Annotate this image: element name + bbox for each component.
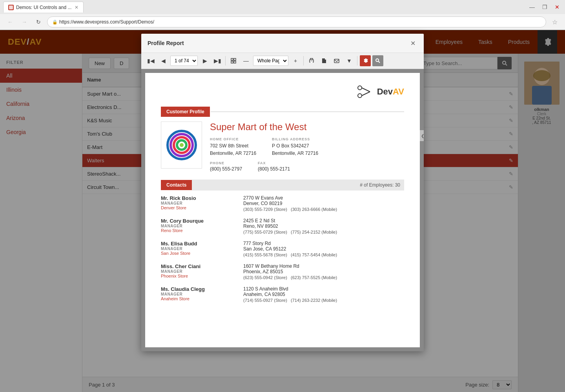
modal-close-button[interactable]: ✕ <box>408 38 417 48</box>
billing-address: BILLING ADDRESS P O Box 5342427 Bentonvi… <box>272 137 318 157</box>
address-text: https://www.devexpress.com/Support/Demos… <box>59 19 154 25</box>
contact-role: MANAGER <box>161 247 231 251</box>
separator-3 <box>357 56 357 65</box>
svg-line-19 <box>362 92 370 96</box>
forward-button[interactable]: → <box>19 16 30 27</box>
contact-left: Ms. Claudia Clegg MANAGER Anaheim Store <box>161 286 231 303</box>
fax-label: FAX <box>258 161 290 165</box>
contact-item: Ms. Elisa Budd MANAGER San Jose Store 77… <box>161 241 404 257</box>
contact-store: Denver Store <box>161 205 231 210</box>
browser-titlebar: Demos: UI Controls and ... ✕ — ❐ ✕ <box>0 0 565 14</box>
phone-section: PHONE (800) 555-2797 <box>210 161 242 172</box>
fit-page-button[interactable] <box>228 55 239 66</box>
tab-close[interactable]: ✕ <box>75 5 78 10</box>
phone-label: PHONE <box>210 161 242 165</box>
contact-name: Miss. Cher Ciani <box>161 263 231 269</box>
svg-point-24 <box>180 143 184 147</box>
contact-city-state: Reno, NV 89502 <box>243 223 404 229</box>
contact-address: 2770 W Evans Ave <box>243 195 404 201</box>
prev-page-button[interactable]: ◀ <box>158 55 169 66</box>
contact-role: MANAGER <box>161 292 231 296</box>
contact-address: 1607 W Bethany Home Rd <box>243 263 404 269</box>
contact-phones: (714) 555-0927 (Store) (714) 263-2232 (M… <box>243 298 404 303</box>
home-office-label: HOME OFFICE <box>210 137 256 141</box>
contact-role: MANAGER <box>161 224 231 228</box>
report-toolbar: ▮◀ ◀ 1 of 74 ▶ ▶▮ — Whole Page 50% 75% 1… <box>141 53 424 69</box>
zoom-selector[interactable]: Whole Page 50% 75% 100% <box>253 56 288 66</box>
contact-role: MANAGER <box>161 201 231 205</box>
first-page-button[interactable]: ▮◀ <box>145 55 156 66</box>
print-button[interactable] <box>306 55 317 66</box>
contact-store: Anaheim Store <box>161 296 231 301</box>
next-page-button[interactable]: ▶ <box>199 55 210 66</box>
last-page-button[interactable]: ▶▮ <box>212 55 223 66</box>
modal-header: Profile Report ✕ <box>141 34 424 53</box>
report-page: DevAV Customer Profile <box>145 73 420 347</box>
modal: Profile Report ✕ ▮◀ ◀ 1 of 74 ▶ ▶▮ — Who… <box>141 34 424 351</box>
contact-left: Miss. Cher Ciani MANAGER Phoenix Store <box>161 263 231 280</box>
home-office-addr1: 702 SW 8th Street <box>210 142 256 150</box>
contact-right: 2425 E 2 Nd St Reno, NV 89502 (775) 555-… <box>243 218 404 234</box>
tab-title: Demos: UI Controls and ... <box>16 5 71 10</box>
modal-overlay: Profile Report ✕ ▮◀ ◀ 1 of 74 ▶ ▶▮ — Who… <box>0 30 565 392</box>
home-office: HOME OFFICE 702 SW 8th Street Bentonvill… <box>210 137 256 157</box>
company-details: Super Mart of the West HOME OFFICE 702 S… <box>210 122 404 172</box>
page-selector[interactable]: 1 of 74 <box>170 56 198 66</box>
address-bar[interactable]: 🔒 https://www.devexpress.com/Support/Dem… <box>47 16 546 27</box>
billing-addr2: Bentonville, AR 72716 <box>272 150 318 157</box>
contact-store: Reno Store <box>161 228 231 233</box>
contacts-section: Contacts # of Employees: 30 Mr. Rick Bos… <box>161 180 404 303</box>
zoom-out-button[interactable]: — <box>241 55 252 66</box>
contact-left: Mr. Cory Bourque MANAGER Reno Store <box>161 218 231 234</box>
contact-name: Ms. Elisa Budd <box>161 241 231 247</box>
contact-address: 2425 E 2 Nd St <box>243 218 404 223</box>
contact-left: Ms. Elisa Budd MANAGER San Jose Store <box>161 241 231 257</box>
contact-city-state: San Jose, CA 95122 <box>243 246 404 252</box>
back-button[interactable]: ← <box>5 16 16 27</box>
more-export-button[interactable]: ▼ <box>344 55 355 66</box>
bookmark-button[interactable]: ☆ <box>549 16 560 27</box>
report-search-button[interactable] <box>372 55 383 66</box>
contact-left: Mr. Rick Bosio MANAGER Denver Store <box>161 195 231 212</box>
close-button[interactable]: ✕ <box>552 2 562 12</box>
restore-button[interactable]: ❐ <box>540 2 549 12</box>
contacts-list: Mr. Rick Bosio MANAGER Denver Store 2770… <box>161 195 404 303</box>
modal-title: Profile Report <box>148 40 184 46</box>
customer-profile-header: Customer Profile <box>161 107 404 117</box>
svg-rect-7 <box>231 58 233 60</box>
browser-chrome: Demos: UI Controls and ... ✕ — ❐ ✕ ← → ↻… <box>0 0 565 30</box>
zoom-in-button[interactable]: + <box>290 55 301 66</box>
contact-item: Mr. Rick Bosio MANAGER Denver Store 2770… <box>161 195 404 212</box>
browser-tab[interactable]: Demos: UI Controls and ... ✕ <box>3 2 84 13</box>
svg-rect-10 <box>234 61 236 63</box>
contact-right: 1607 W Bethany Home Rd Phoenix, AZ 85015… <box>243 263 404 280</box>
settings-button[interactable] <box>360 55 371 66</box>
svg-rect-12 <box>310 61 313 63</box>
contact-store: San Jose Store <box>161 251 231 256</box>
browser-addressbar: ← → ↻ 🔒 https://www.devexpress.com/Suppo… <box>0 14 565 30</box>
contact-phones: (775) 555-0729 (Store) (775) 254-2152 (M… <box>243 230 404 234</box>
svg-point-17 <box>358 94 362 98</box>
contact-name: Mr. Rick Bosio <box>161 195 231 201</box>
minimize-button[interactable]: — <box>527 2 537 12</box>
export-button[interactable] <box>319 55 330 66</box>
devav-logo: DevAV <box>357 85 404 99</box>
header-line <box>211 111 404 112</box>
send-button[interactable] <box>331 55 342 66</box>
svg-line-15 <box>379 62 380 63</box>
fax-value: (800) 555-2171 <box>258 166 290 172</box>
contact-phones: (303) 555-7209 (Store) (303) 263-6666 (M… <box>243 207 404 212</box>
svg-point-14 <box>376 59 379 62</box>
contact-item: Miss. Cher Ciani MANAGER Phoenix Store 1… <box>161 263 404 280</box>
company-name: Super Mart of the West <box>210 122 404 132</box>
browser-controls: — ❐ ✕ <box>527 2 562 12</box>
collapse-button[interactable]: ❮ <box>420 130 424 141</box>
separator-1 <box>225 56 226 65</box>
report-logo-area: DevAV <box>161 85 404 99</box>
contact-role: MANAGER <box>161 269 231 274</box>
phone-details: PHONE (800) 555-2797 FAX (800) 555-2171 <box>210 161 404 172</box>
separator-2 <box>303 56 304 65</box>
refresh-button[interactable]: ↻ <box>33 16 44 27</box>
svg-line-18 <box>362 88 370 92</box>
svg-rect-0 <box>9 5 13 9</box>
